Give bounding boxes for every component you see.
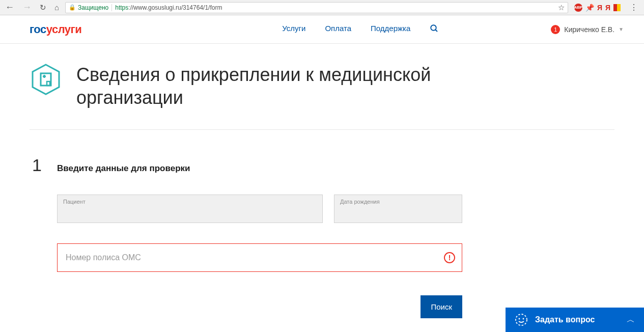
chat-face-icon	[515, 313, 528, 326]
browser-menu-icon[interactable]: ⋮	[627, 3, 641, 12]
user-name: Кириченко Е.В.	[564, 25, 614, 34]
site-header: госуслуги Услуги Оплата Поддержка 1 Кири…	[0, 15, 644, 44]
main-nav: Услуги Оплата Поддержка	[282, 24, 439, 35]
bookmark-star-icon[interactable]: ☆	[558, 3, 565, 12]
yandex-square-icon[interactable]	[613, 4, 621, 11]
dob-field-wrapper: Дата рождения	[334, 195, 462, 223]
address-bar[interactable]: 🔒 Защищено https://www.gosuslugi.ru/3147…	[65, 2, 568, 13]
service-hex-icon	[30, 63, 62, 96]
chat-widget[interactable]: Задать вопрос ︿	[506, 308, 644, 332]
svg-point-0	[431, 25, 437, 31]
url-path: ://www.gosuslugi.ru/314764/1/form	[128, 4, 222, 11]
chevron-down-icon: ▼	[619, 26, 624, 32]
back-icon[interactable]: ←	[3, 2, 16, 13]
dob-label: Дата рождения	[340, 199, 380, 205]
user-menu[interactable]: 1 Кириченко Е.В. ▼	[551, 25, 624, 34]
step-header: 1 Введите данные для проверки	[30, 155, 614, 175]
logo-part2: услуги	[46, 23, 82, 36]
secure-label: Защищено	[78, 4, 108, 11]
logo-part1: гос	[30, 23, 46, 36]
chevron-up-icon: ︿	[627, 315, 635, 325]
step-number: 1	[30, 155, 42, 175]
patient-label: Пациент	[63, 199, 86, 205]
search-icon[interactable]	[430, 24, 439, 35]
svg-marker-2	[33, 65, 59, 94]
error-icon: !	[444, 252, 455, 263]
nav-payment[interactable]: Оплата	[325, 24, 351, 35]
lock-icon: 🔒	[69, 4, 76, 11]
svg-point-9	[523, 318, 524, 320]
page-title: Сведения о прикреплении к медицинской ор…	[76, 63, 524, 109]
nav-services[interactable]: Услуги	[282, 24, 305, 35]
step-title: Введите данные для проверки	[57, 163, 190, 174]
oms-input[interactable]	[57, 243, 462, 272]
chat-label: Задать вопрос	[535, 315, 620, 324]
nav-support[interactable]: Поддержка	[371, 24, 410, 35]
patient-field-wrapper: Пациент	[57, 195, 323, 223]
form: Пациент Дата рождения ! Поиск	[57, 195, 614, 318]
page-content: Сведения о прикреплении к медицинской ор…	[0, 44, 644, 318]
abp-extension-icon[interactable]: ABP	[574, 4, 582, 12]
pin-icon[interactable]: 📌	[585, 4, 594, 12]
svg-line-1	[436, 30, 438, 32]
yandex-extension-icon[interactable]: Я	[597, 4, 602, 12]
patient-input[interactable]	[57, 195, 323, 223]
forward-icon: →	[20, 2, 34, 13]
home-icon[interactable]: ⌂	[52, 3, 61, 12]
divider	[30, 129, 614, 130]
notification-badge: 1	[551, 25, 560, 34]
svg-rect-6	[47, 81, 50, 86]
site-logo[interactable]: госуслуги	[30, 23, 81, 36]
svg-point-7	[516, 314, 527, 325]
oms-field-wrapper: !	[57, 243, 462, 272]
reload-icon[interactable]: ↻	[38, 3, 48, 12]
browser-toolbar: ← → ↻ ⌂ 🔒 Защищено https://www.gosuslugi…	[0, 0, 644, 15]
svg-point-8	[519, 318, 520, 320]
extensions: ABP 📌 Я Я	[572, 4, 623, 12]
yandex-extension-icon-2[interactable]: Я	[605, 4, 610, 12]
search-button[interactable]: Поиск	[421, 295, 462, 318]
url-scheme: https	[115, 4, 128, 11]
